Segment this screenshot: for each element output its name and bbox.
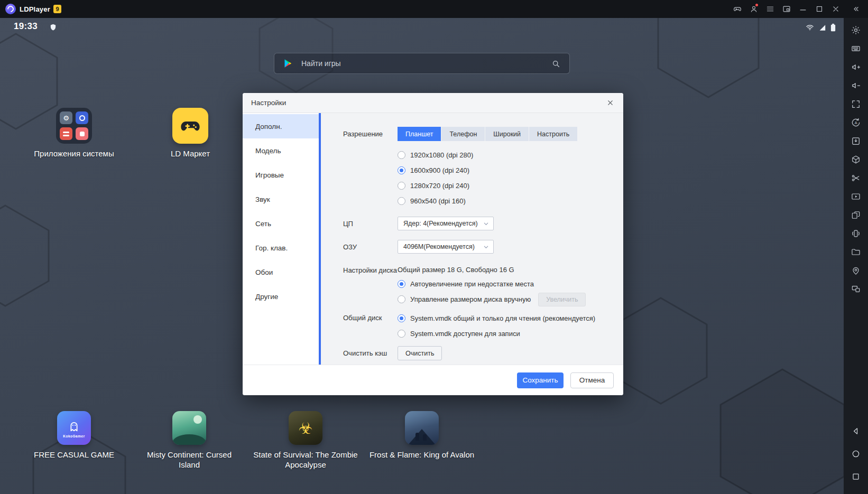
radio-label: 1920x1080 (dpi 280) bbox=[410, 151, 473, 159]
radio-label: 960x540 (dpi 160) bbox=[410, 197, 466, 205]
biohazard-icon: ☣ bbox=[299, 419, 313, 437]
toolbar-keyboard-button[interactable] bbox=[844, 39, 868, 58]
nav-item-wallpaper[interactable]: Обои bbox=[243, 260, 321, 284]
ram-label: ОЗУ bbox=[343, 240, 398, 252]
volume-down-icon bbox=[851, 80, 861, 91]
app-state-of-survival[interactable]: ☣ State of Survival: The Zombie Apocalyp… bbox=[252, 411, 359, 470]
settings-content: Разрешение Планшет Телефон Широкий Настр… bbox=[321, 113, 623, 365]
increase-disk-button[interactable]: Увеличить bbox=[538, 293, 586, 306]
radio-icon bbox=[398, 182, 405, 190]
resolution-option-1920x1080[interactable]: 1920x1080 (dpi 280) bbox=[398, 151, 473, 159]
recents-square-icon bbox=[851, 471, 861, 482]
resolution-option-1280x720[interactable]: 1280x720 (dpi 240) bbox=[398, 182, 469, 190]
disk-manual-option[interactable]: Управление размером диска вручную bbox=[398, 295, 531, 303]
nav-item-sound[interactable]: Звук bbox=[243, 187, 321, 211]
cpu-row: ЦП Ядер: 4(Рекомендуется) bbox=[343, 217, 611, 230]
resolution-options: 1920x1080 (dpi 280) 1600x900 (dpi 240) bbox=[398, 147, 611, 209]
gamepad-button[interactable] bbox=[729, 0, 745, 18]
android-back-button[interactable] bbox=[844, 424, 868, 438]
resolution-row: Разрешение Планшет Телефон Широкий Настр… bbox=[343, 127, 611, 209]
radio-label: 1280x720 (dpi 240) bbox=[410, 182, 469, 190]
google-play-icon bbox=[283, 58, 294, 69]
ldplayer-logo-icon bbox=[5, 4, 16, 14]
android-recents-button[interactable] bbox=[844, 470, 868, 483]
account-button[interactable] bbox=[745, 0, 762, 18]
tab-wide[interactable]: Широкий bbox=[485, 127, 529, 141]
tab-phone[interactable]: Телефон bbox=[441, 127, 485, 141]
app-frost-flame[interactable]: Frost & Flame: King of Avalon bbox=[368, 411, 476, 460]
toolbar-rotate-button[interactable]: A bbox=[844, 113, 868, 132]
search-icon bbox=[551, 59, 561, 69]
tab-tablet[interactable]: Планшет bbox=[398, 127, 441, 141]
mini-mode-button[interactable] bbox=[778, 0, 795, 18]
shared-disk-row: Общий диск System.vmdk общий и только дл… bbox=[343, 311, 611, 341]
side-toolbar: A bbox=[844, 18, 868, 494]
svg-text:A: A bbox=[855, 120, 857, 125]
android-home-button[interactable] bbox=[844, 447, 868, 461]
mini-files-icon bbox=[60, 127, 72, 140]
cache-label: Очистить кэш bbox=[343, 346, 398, 358]
game-search-bar[interactable]: Найти игры bbox=[274, 53, 570, 74]
resolution-option-1600x900[interactable]: 1600x900 (dpi 240) bbox=[398, 166, 469, 174]
battery-icon bbox=[830, 23, 836, 32]
toolbar-shared-folder-button[interactable] bbox=[844, 243, 868, 261]
disk-row: Настройки диска Общий размер 18 G, Свобо… bbox=[343, 263, 611, 307]
cancel-button[interactable]: Отмена bbox=[570, 372, 614, 388]
nav-item-model[interactable]: Модель bbox=[243, 138, 321, 163]
app-free-casual-game[interactable]: KokoGamer FREE CASUAL GAME bbox=[20, 411, 128, 460]
app-system-apps-folder[interactable]: ⚙ Приложения системы bbox=[30, 108, 118, 159]
install-apk-icon bbox=[851, 136, 861, 146]
menu-button[interactable] bbox=[762, 0, 778, 18]
security-shield-icon bbox=[49, 23, 58, 32]
settings-nav: Дополн. Модель Игровые Звук Сеть Гор. кл… bbox=[243, 113, 321, 365]
toolbar-location-button[interactable] bbox=[844, 261, 868, 279]
dialog-close-button[interactable] bbox=[603, 96, 617, 110]
nav-item-other[interactable]: Другие bbox=[243, 284, 321, 309]
toolbar-volume-down-button[interactable] bbox=[844, 76, 868, 95]
dialog-header: Настройки bbox=[243, 93, 623, 113]
radio-label: 1600x900 (dpi 240) bbox=[410, 166, 469, 174]
status-time: 19:33 bbox=[14, 21, 38, 32]
toolbar-shake-button[interactable] bbox=[844, 224, 868, 243]
shared-disk-writable-option[interactable]: System.vmdk доступен для записи bbox=[398, 330, 520, 338]
toolbar-settings-button[interactable] bbox=[844, 21, 868, 39]
ram-select[interactable]: 4096M(Рекомендуется) bbox=[398, 240, 494, 254]
resolution-option-960x540[interactable]: 960x540 (dpi 160) bbox=[398, 197, 466, 205]
nav-item-network[interactable]: Сеть bbox=[243, 211, 321, 236]
app-label: State of Survival: The Zombie Apocalypse bbox=[252, 450, 359, 470]
disk-auto-grow-option[interactable]: Автоувеличение при недостатке места bbox=[398, 280, 534, 288]
collapse-toolbar-button[interactable] bbox=[844, 0, 868, 18]
save-button[interactable]: Сохранить bbox=[517, 372, 564, 388]
toolbar-screenshot-button[interactable] bbox=[844, 169, 868, 187]
ghost-icon bbox=[66, 418, 82, 434]
toolbar-record-button[interactable] bbox=[844, 187, 868, 206]
close-window-button[interactable] bbox=[827, 0, 844, 18]
nav-item-advanced[interactable]: Дополн. bbox=[243, 114, 321, 138]
toolbar-apk-button[interactable] bbox=[844, 150, 868, 169]
radio-icon bbox=[398, 166, 405, 174]
shared-disk-readonly-option[interactable]: System.vmdk общий и только для чтения (р… bbox=[398, 314, 595, 322]
app-misty-continent[interactable]: Misty Continent: Cursed Island bbox=[135, 411, 243, 470]
toolbar-volume-up-button[interactable] bbox=[844, 58, 868, 76]
toolbar-install-apk-button[interactable] bbox=[844, 132, 868, 150]
tab-custom[interactable]: Настроить bbox=[529, 127, 577, 141]
app-ld-market[interactable]: LD Маркет bbox=[146, 108, 235, 159]
toolbar-screen-switch-button[interactable] bbox=[844, 279, 868, 298]
clear-cache-button[interactable]: Очистить bbox=[398, 346, 442, 360]
nav-item-game[interactable]: Игровые bbox=[243, 163, 321, 187]
disk-label: Настройки диска bbox=[343, 263, 398, 275]
minimize-button[interactable] bbox=[795, 0, 811, 18]
close-icon bbox=[831, 4, 841, 14]
cpu-select[interactable]: Ядер: 4(Рекомендуется) bbox=[398, 217, 494, 230]
cpu-label: ЦП bbox=[343, 217, 398, 229]
toolbar-sync-button[interactable] bbox=[844, 206, 868, 224]
toolbar-fullscreen-button[interactable] bbox=[844, 95, 868, 113]
scissors-icon bbox=[851, 173, 861, 183]
soldier-shape bbox=[423, 434, 427, 441]
maximize-button[interactable] bbox=[811, 0, 827, 18]
cpu-select-value: Ядер: 4(Рекомендуется) bbox=[403, 220, 478, 227]
radio-icon bbox=[398, 330, 405, 338]
disk-summary: Общий размер 18 G, Свободно 16 G bbox=[398, 263, 611, 274]
nav-item-hotkeys[interactable]: Гор. клав. bbox=[243, 236, 321, 260]
misty-continent-icon bbox=[172, 411, 206, 445]
